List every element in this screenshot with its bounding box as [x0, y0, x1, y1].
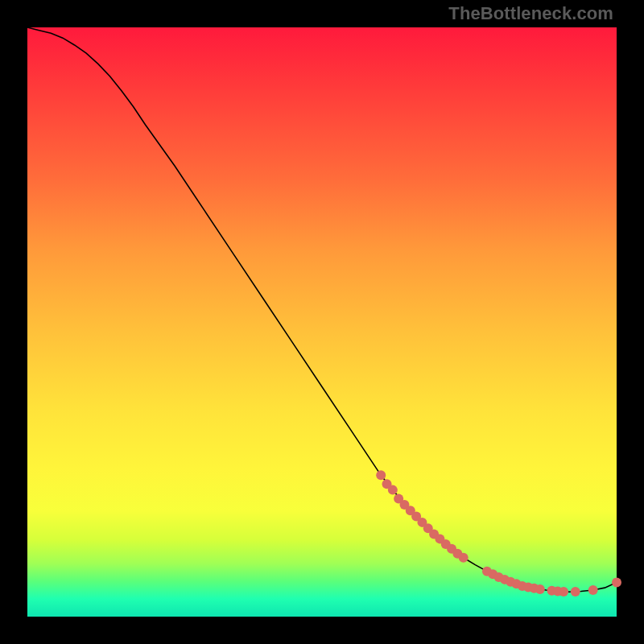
data-marker	[588, 585, 598, 595]
plot-area	[27, 27, 617, 617]
watermark-text: TheBottleneck.com	[448, 3, 613, 24]
data-marker	[459, 553, 469, 563]
bottleneck-curve	[27, 27, 617, 592]
chart-stage: TheBottleneck.com	[0, 0, 644, 644]
data-marker	[571, 587, 580, 597]
data-marker	[388, 485, 398, 495]
data-marker	[376, 470, 386, 480]
data-marker	[612, 578, 621, 588]
data-marker	[535, 584, 545, 594]
curve-layer	[27, 27, 617, 617]
data-marker	[559, 587, 568, 597]
data-markers	[376, 470, 621, 597]
